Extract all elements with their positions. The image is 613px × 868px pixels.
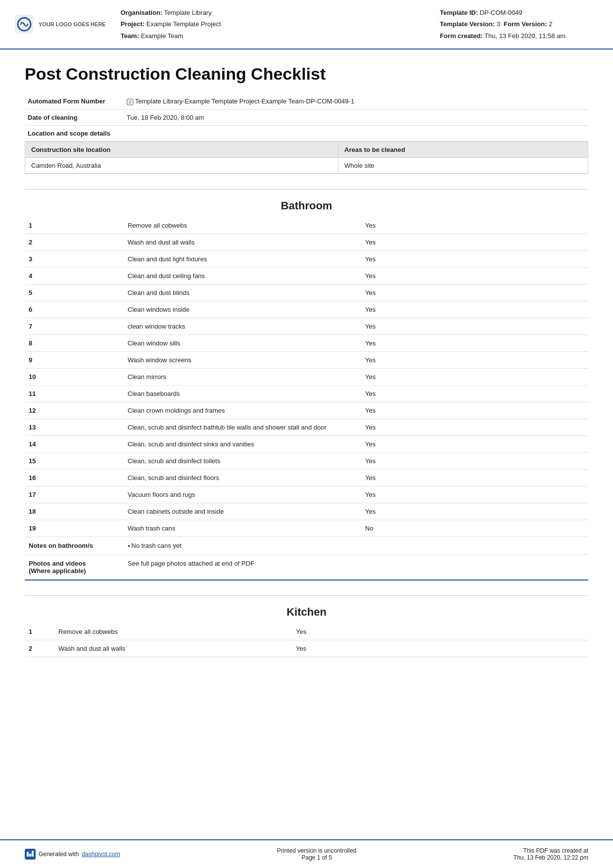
notes-content: No trash cans yet — [124, 536, 588, 554]
header: YOUR LOGO GOES HERE Organisation: Templa… — [0, 0, 613, 49]
item-answer: Yes — [361, 435, 588, 452]
item-number: 4 — [25, 267, 124, 284]
item-answer: No — [361, 520, 588, 536]
bathroom-items-body: 1 Remove all cobwebs Yes 2 Wash and dust… — [25, 217, 588, 537]
item-task: Vacuum floors and rugs — [124, 486, 361, 503]
location-scope-header-row: Location and scope details — [25, 125, 588, 141]
item-answer: Yes — [361, 452, 588, 469]
header-template-info: Template ID: DP-COM-0049 Template Versio… — [440, 7, 593, 42]
checklist-row: 12 Clean crown moldings and frames Yes — [25, 402, 588, 419]
checklist-row: 15 Clean, scrub and disinfect toilets Ye… — [25, 452, 588, 469]
date-label: Date of cleaning — [25, 109, 124, 125]
item-number: 14 — [25, 435, 124, 452]
item-task: Clean crown moldings and frames — [124, 402, 361, 419]
org-label: Organisation: — [121, 9, 163, 16]
item-answer: Yes — [361, 368, 588, 385]
project-value: Example Template Project — [146, 20, 221, 28]
item-answer: Yes — [361, 267, 588, 284]
scope-table: Construction site location Areas to be c… — [25, 142, 588, 174]
main-content: Post Construction Cleaning Checklist Aut… — [0, 49, 613, 667]
kitchen-checklist-table: 1 Remove all cobwebs Yes 2 Wash and dust… — [25, 624, 588, 657]
footer-right: This PDF was created at Thu, 13 Feb 2020… — [514, 847, 588, 861]
item-number: 18 — [25, 503, 124, 520]
item-task: Clean and dust blinds — [124, 284, 361, 301]
generated-label: Generated with — [39, 851, 79, 858]
photos-label: Photos and videos (Where applicable) — [25, 554, 124, 580]
checklist-row: 17 Vacuum floors and rugs Yes — [25, 486, 588, 503]
item-answer: Yes — [361, 385, 588, 402]
site-location-col-header: Construction site location — [25, 142, 338, 157]
item-task: Wash and dust all walls — [54, 640, 292, 657]
item-answer: Yes — [361, 234, 588, 250]
page-info: Page 1 of 5 — [277, 854, 357, 861]
item-answer: Yes — [361, 486, 588, 503]
item-number: 9 — [25, 351, 124, 368]
team-value: Example Team — [141, 32, 184, 40]
form-created-value: Thu, 13 Feb 2020, 11:58 am — [484, 32, 566, 40]
item-answer: Yes — [361, 351, 588, 368]
item-answer: Yes — [361, 217, 588, 234]
item-answer: Yes — [361, 284, 588, 301]
item-task: Clean mirrors — [124, 368, 361, 385]
logo-icon — [15, 15, 34, 34]
checklist-row: 9 Wash window screens Yes — [25, 351, 588, 368]
item-task: Wash trash cans — [124, 520, 361, 536]
checklist-row: 8 Clean window sills Yes — [25, 335, 588, 351]
item-task: Remove all cobwebs — [54, 624, 292, 640]
template-id-value: DP-COM-0049 — [480, 9, 522, 16]
kitchen-items-body: 1 Remove all cobwebs Yes 2 Wash and dust… — [25, 624, 588, 657]
checklist-row: 2 Wash and dust all walls Yes — [25, 234, 588, 250]
checklist-row: 18 Clean cabinets outside and inside Yes — [25, 503, 588, 520]
checklist-row: 11 Clean baseboards Yes — [25, 385, 588, 402]
item-number: 1 — [25, 624, 54, 640]
item-number: 6 — [25, 301, 124, 318]
form-created-label: Form created: — [440, 32, 483, 40]
footer-logo-icon — [25, 849, 36, 860]
item-answer: Yes — [361, 402, 588, 419]
item-answer: Yes — [361, 301, 588, 318]
item-number: 19 — [25, 520, 124, 536]
areas-col-header: Areas to be cleaned — [338, 142, 588, 157]
item-number: 11 — [25, 385, 124, 402]
item-number: 7 — [25, 318, 124, 335]
site-location-value: Camden Road, Australia — [25, 157, 338, 173]
item-number: 15 — [25, 452, 124, 469]
header-org-info: Organisation: Template Library Project: … — [121, 7, 425, 42]
location-scope-table-row: Construction site location Areas to be c… — [25, 141, 588, 174]
item-answer: Yes — [361, 318, 588, 335]
notes-item: No trash cans yet — [128, 542, 182, 549]
template-icon — [127, 98, 134, 105]
item-answer: Yes — [292, 624, 588, 640]
bathroom-checklist-table: 1 Remove all cobwebs Yes 2 Wash and dust… — [25, 217, 588, 580]
footer-center: Printed version is uncontrolled Page 1 o… — [277, 847, 357, 861]
item-task: Clean windows inside — [124, 301, 361, 318]
item-task: Clean, scrub and disinfect sinks and van… — [124, 435, 361, 452]
item-task: Clean baseboards — [124, 385, 361, 402]
item-answer: Yes — [361, 335, 588, 351]
item-number: 2 — [25, 640, 54, 657]
checklist-row: 14 Clean, scrub and disinfect sinks and … — [25, 435, 588, 452]
checklist-row: 3 Clean and dust light fixtures Yes — [25, 250, 588, 267]
print-notice: Printed version is uncontrolled — [277, 847, 357, 854]
svg-rect-8 — [29, 854, 31, 857]
item-answer: Yes — [361, 419, 588, 435]
item-task: Clean, scrub and disinfect floors — [124, 469, 361, 486]
item-task: Clean window sills — [124, 335, 361, 351]
checklist-row: 13 Clean, scrub and disinfect bathtub ti… — [25, 419, 588, 435]
info-table: Automated Form Number Template Library-E… — [25, 94, 588, 174]
pdf-created-label: This PDF was created at — [514, 847, 588, 854]
svg-rect-7 — [27, 852, 29, 857]
item-number: 17 — [25, 486, 124, 503]
dashpivot-link[interactable]: dashpivot.com — [82, 851, 120, 858]
org-value: Template Library — [164, 9, 212, 16]
item-number: 5 — [25, 284, 124, 301]
checklist-row: 19 Wash trash cans No — [25, 520, 588, 536]
photos-value: See full page photos attached at end of … — [124, 554, 588, 580]
item-number: 1 — [25, 217, 124, 234]
doc-title: Post Construction Cleaning Checklist — [25, 64, 588, 84]
pdf-created-value: Thu, 13 Feb 2020, 12:22 pm — [514, 854, 588, 861]
item-answer: Yes — [361, 503, 588, 520]
logo-area: YOUR LOGO GOES HERE — [15, 7, 106, 42]
item-task: Clean cabinets outside and inside — [124, 503, 361, 520]
template-id-label: Template ID: — [440, 9, 478, 16]
